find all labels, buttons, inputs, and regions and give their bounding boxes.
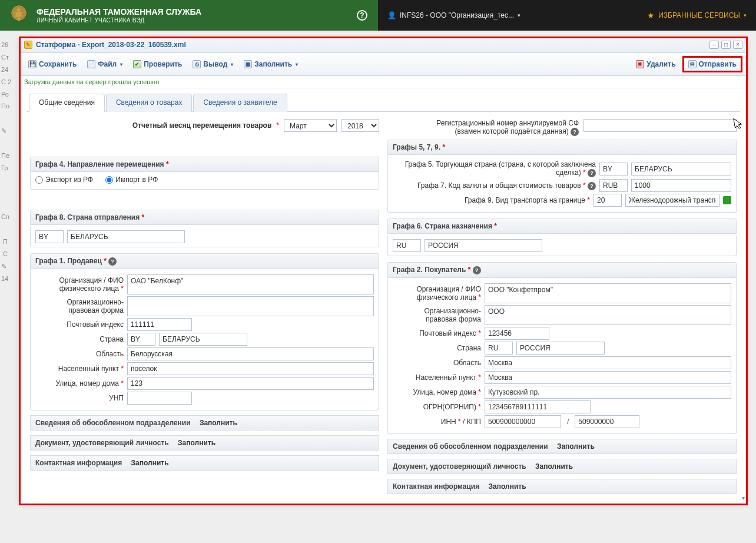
- g8-name-input[interactable]: [67, 230, 185, 243]
- g2-country-code[interactable]: [485, 342, 513, 355]
- user-icon: 👤: [387, 11, 396, 19]
- user-menu[interactable]: 👤 INFS26 - ООО "Организация_тес... ▾: [387, 11, 520, 19]
- help-icon[interactable]: ?: [588, 169, 596, 177]
- g1-post-input[interactable]: [127, 318, 192, 331]
- g1-street-input[interactable]: [127, 377, 374, 390]
- help-icon[interactable]: ?: [357, 10, 367, 21]
- star-icon: ★: [647, 11, 655, 20]
- favorites-menu[interactable]: ★ ИЗБРАННЫЕ СЕРВИСЫ ▾: [647, 11, 747, 20]
- g8-code-input[interactable]: [35, 230, 64, 243]
- g2-kpp-input[interactable]: [575, 415, 639, 428]
- g1-org-input[interactable]: [127, 274, 374, 294]
- dialog-title: Статформа - Export_2018-03-22_160539.xml: [36, 41, 186, 49]
- g1-subdivision[interactable]: Сведения об обособленном подразделении З…: [30, 415, 379, 431]
- g2-street-input[interactable]: [485, 386, 731, 399]
- file-button[interactable]: 📄Файл▾: [83, 58, 127, 71]
- send-button[interactable]: ✉Отправить: [684, 58, 741, 71]
- help-icon[interactable]: ?: [108, 257, 117, 266]
- g2-city-input[interactable]: [485, 371, 731, 384]
- g7-value[interactable]: [631, 179, 731, 192]
- help-icon[interactable]: ?: [588, 182, 596, 190]
- emblem-icon: [7, 4, 31, 27]
- scroll-down-icon[interactable]: ▾: [742, 495, 745, 501]
- expand-icon[interactable]: [723, 196, 731, 204]
- tab-applicant[interactable]: Сведения о заявителе: [193, 94, 287, 112]
- report-month-label: Отчетный месяц перемещения товаров: [30, 121, 271, 130]
- g9-name[interactable]: [625, 194, 719, 207]
- header-subtitle: ЛИЧНЫЙ КАБИНЕТ УЧАСТНИКА ВЭД: [37, 17, 201, 24]
- minimize-button[interactable]: –: [709, 41, 719, 49]
- output-button[interactable]: ⎙Вывод▾: [188, 58, 237, 71]
- delete-button[interactable]: ✖Удалить: [632, 58, 679, 71]
- g2-contact[interactable]: Контактная информация Заполнить: [387, 479, 737, 494]
- delete-icon: ✖: [636, 60, 644, 68]
- g6-name-input[interactable]: [425, 239, 542, 252]
- g1-country-code[interactable]: [127, 333, 155, 346]
- report-year-select[interactable]: 2018: [341, 119, 379, 132]
- g2-subdivision[interactable]: Сведения об обособленном подразделении З…: [387, 439, 737, 454]
- send-icon: ✉: [688, 60, 697, 68]
- header-title: ФЕДЕРАЛЬНАЯ ТАМОЖЕННАЯ СЛУЖБА: [37, 7, 201, 17]
- g2-inn-input[interactable]: [485, 415, 561, 428]
- g6-code-input[interactable]: [393, 239, 421, 252]
- g1-unp-input[interactable]: [127, 392, 192, 405]
- caret-down-icon: ▾: [744, 12, 747, 18]
- g2-ogrn-input[interactable]: [485, 400, 591, 413]
- dialog-toolbar: 💾Сохранить 📄Файл▾ ✔Проверить ⎙Вывод▾ ▦За…: [19, 53, 747, 76]
- fill-icon: ▦: [244, 60, 252, 68]
- report-month-select[interactable]: Март: [284, 119, 337, 132]
- g9-code[interactable]: [593, 194, 622, 207]
- tab-goods[interactable]: Сведения о товарах: [106, 94, 192, 112]
- save-button[interactable]: 💾Сохранить: [24, 58, 81, 71]
- g2-post-input[interactable]: [485, 327, 549, 340]
- check-button[interactable]: ✔Проверить: [129, 58, 186, 71]
- help-icon[interactable]: ?: [571, 128, 579, 136]
- file-icon: 📄: [87, 60, 95, 68]
- document-icon: ✎: [24, 41, 32, 49]
- g2-org-input[interactable]: [485, 283, 731, 303]
- g7-code[interactable]: [599, 179, 628, 192]
- save-icon: 💾: [28, 60, 37, 68]
- output-icon: ⎙: [193, 60, 201, 68]
- fill-button[interactable]: ▦Заполнить▾: [240, 58, 302, 71]
- g2-id-document[interactable]: Документ, удостоверяющий личность Заполн…: [387, 459, 737, 474]
- caret-down-icon: ▾: [518, 12, 520, 18]
- background-obscured: 26Ст24С 2РоПо✎ПеГрСп П С✎14: [0, 37, 19, 512]
- g1-form-input[interactable]: [127, 296, 374, 316]
- g1-contact[interactable]: Контактная информация Заполнить: [30, 455, 379, 471]
- g5-code[interactable]: [599, 163, 628, 176]
- annul-number-input[interactable]: [583, 119, 737, 132]
- g5-name[interactable]: [631, 163, 731, 176]
- g2-country-name[interactable]: [516, 342, 605, 355]
- tab-general[interactable]: Общие сведения: [29, 94, 105, 112]
- radio-import[interactable]: Импорт в РФ: [105, 176, 158, 184]
- statform-dialog: ✎ Статформа - Export_2018-03-22_160539.x…: [19, 37, 748, 504]
- radio-export[interactable]: Экспорт из РФ: [35, 176, 93, 184]
- check-icon: ✔: [133, 60, 141, 68]
- help-icon[interactable]: ?: [473, 266, 481, 274]
- g1-city-input[interactable]: [127, 362, 374, 375]
- g1-region-input[interactable]: [127, 347, 374, 360]
- close-button[interactable]: ×: [733, 41, 742, 49]
- g2-region-input[interactable]: [485, 356, 731, 369]
- g1-country-name[interactable]: [159, 333, 247, 346]
- status-message: Загрузка данных на сервер прошла успешно: [19, 76, 747, 88]
- maximize-button[interactable]: □: [721, 41, 731, 49]
- g2-form-input[interactable]: [485, 305, 731, 325]
- g1-id-document[interactable]: Документ, удостоверяющий личность Заполн…: [30, 435, 379, 451]
